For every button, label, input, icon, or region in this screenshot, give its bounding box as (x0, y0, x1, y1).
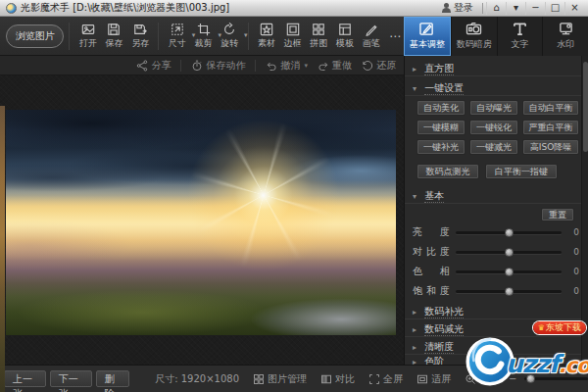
image-size-label: 尺寸: 1920×1080 (155, 372, 239, 386)
digital-spot-metering-button[interactable]: 数码点测光 (416, 164, 479, 179)
zoom-in-label: 放大 (479, 372, 499, 386)
slider-contrast: 对比度 0 (413, 244, 579, 260)
tab-label: 基本调整 (410, 38, 445, 51)
oneclick-dimlight-button[interactable]: 一键减光 (469, 139, 518, 155)
delete-photo-button[interactable]: 删除 (96, 370, 130, 387)
previous-photo-button[interactable]: 上一张 (4, 370, 46, 387)
slider-thumb[interactable] (505, 287, 514, 296)
magnifier-icon (465, 373, 476, 385)
open-icon (81, 23, 95, 36)
save-action-button[interactable]: 保存动作 (191, 59, 245, 73)
tab-watermark[interactable]: 水印 (542, 17, 588, 56)
auto-exposure-button[interactable]: 自动曝光 (469, 100, 518, 116)
zoom-slider-thumb[interactable] (526, 374, 535, 383)
action-bar: 分享 保存动作 撤消 ▾ 重做 还原 (0, 56, 404, 75)
titlebar-separator (482, 3, 483, 14)
slider-track[interactable] (456, 251, 562, 254)
undo-button[interactable]: 撤消 ▾ (266, 59, 308, 73)
minimize-button[interactable]: − (525, 2, 545, 15)
undo-icon (266, 60, 277, 72)
left-edge-strip (0, 106, 5, 392)
oneclick-blur-button[interactable]: 一键模糊 (416, 120, 466, 135)
status-bar: 上一张 下一张 删除 尺寸: 1920×1080 图片管理 对比 全屏 适屏 放… (0, 365, 588, 392)
open-button[interactable]: 打开 (74, 20, 101, 53)
fit-screen-icon (416, 373, 428, 385)
maximize-button[interactable]: □ (545, 2, 564, 15)
chevron-right-icon: ▸ (413, 325, 416, 334)
high-iso-denoise-button[interactable]: 高ISO降噪 (522, 139, 579, 155)
panel-scrollbar-thumb[interactable] (583, 62, 588, 152)
share-icon (136, 60, 148, 72)
section-histogram[interactable]: ▸ 直方图 (405, 60, 581, 76)
tab-basic-adjust[interactable]: 基本调整 (404, 17, 451, 56)
login-button[interactable]: 登录 (435, 0, 479, 16)
collage-label: 拼图 (310, 37, 327, 50)
zoom-in-button[interactable]: 放大 (465, 372, 499, 386)
brush-icon (365, 23, 378, 36)
section-basic[interactable]: ▾ 基本 (405, 187, 581, 204)
oneclick-sharpen-button[interactable]: 一键锐化 (469, 120, 518, 135)
photo-manage-button[interactable]: 图片管理 (253, 372, 307, 386)
compare-button[interactable]: 对比 (320, 372, 355, 386)
slider-value: 0 (567, 267, 579, 276)
chevron-down-icon[interactable]: ▾ (244, 31, 248, 39)
share-button[interactable]: 分享 (136, 59, 171, 73)
slider-value: 0 (567, 286, 579, 296)
section-digital-filllight[interactable]: ▸ 数码补光 (405, 303, 581, 319)
severe-whitebalance-button[interactable]: 严重白平衡 (522, 120, 579, 135)
tab-text[interactable]: 文字 (497, 17, 543, 56)
save-button[interactable]: 保存 (101, 20, 127, 53)
template-button[interactable]: 模板 (332, 20, 359, 53)
skin-button[interactable]: ⌂ (486, 2, 506, 15)
slider-thumb[interactable] (505, 228, 514, 237)
fullscreen-button[interactable]: 全屏 (368, 372, 403, 386)
save-as-button[interactable]: 另存 (127, 20, 154, 53)
stopwatch-icon (191, 60, 203, 72)
undo-history-chevron-icon[interactable]: ▾ (304, 62, 308, 70)
collage-icon (312, 23, 325, 36)
auto-whitebalance-button[interactable]: 自动白平衡 (522, 100, 579, 116)
section-digital-dimlight[interactable]: ▸ 数码减光 (405, 320, 581, 337)
resize-button[interactable]: 尺寸 ▾ (164, 20, 190, 53)
close-button[interactable]: × (564, 2, 584, 15)
section-label: 数码减光 (424, 323, 464, 336)
zoom-out-minus-button[interactable]: − (509, 373, 516, 384)
collage-button[interactable]: 拼图 (306, 20, 332, 53)
rotate-button[interactable]: 旋转 ▾ (217, 20, 243, 53)
template-icon (338, 23, 352, 36)
photo-sunset-landscape[interactable] (6, 110, 396, 335)
next-photo-button[interactable]: 下一张 (50, 370, 92, 387)
browse-photos-button[interactable]: 浏览图片 (6, 24, 64, 48)
slider-track[interactable] (456, 290, 562, 293)
zoom-slider-track[interactable] (524, 377, 588, 380)
slider-track[interactable] (456, 231, 562, 234)
toolbar-separator (69, 23, 70, 50)
sun-rays (185, 117, 342, 273)
restore-button[interactable]: 还原 (362, 59, 396, 73)
oneclick-filllight-button[interactable]: 一键补光 (416, 139, 466, 155)
redo-button[interactable]: 重做 (318, 59, 352, 73)
frame-button[interactable]: 边框 (279, 20, 306, 53)
section-label: 基本 (424, 190, 444, 203)
fit-screen-button[interactable]: 适屏 (416, 372, 451, 386)
slider-thumb[interactable] (505, 268, 514, 276)
panel-scrollbar[interactable] (581, 56, 588, 365)
section-levels[interactable]: ▸ 色阶 (405, 353, 581, 365)
crop-button[interactable]: 裁剪 ▾ (190, 20, 217, 53)
slider-thumb[interactable] (505, 248, 514, 257)
menu-button[interactable]: ▾ (506, 2, 525, 15)
adjustment-panel: ▸ 直方图 ▾ 一键设置 自动美化 自动曝光 自动白平衡 一键模糊 一键锐化 严… (404, 56, 588, 365)
basic-adjust-icon (418, 22, 435, 36)
brush-button[interactable]: 画笔 (358, 20, 384, 53)
slider-label: 色相 (413, 265, 450, 278)
material-button[interactable]: 素材 (254, 20, 280, 53)
section-oneclick[interactable]: ▾ 一键设置 (405, 79, 581, 96)
more-tools-button[interactable]: ⋯ (386, 29, 404, 43)
auto-beautify-button[interactable]: 自动美化 (416, 100, 466, 116)
whitebalance-onekey-button[interactable]: 白平衡一指键 (485, 164, 558, 179)
tab-darkroom[interactable]: 数码暗房 (451, 17, 497, 56)
image-canvas[interactable] (0, 75, 404, 365)
reset-button[interactable]: 重置 (541, 208, 574, 221)
section-label: 一键设置 (424, 82, 464, 95)
slider-track[interactable] (456, 270, 562, 273)
